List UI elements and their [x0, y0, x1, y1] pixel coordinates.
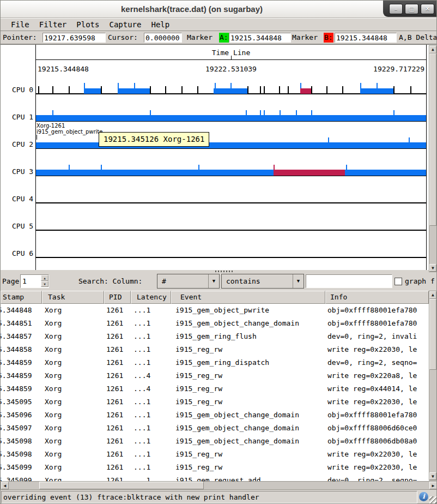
- info-icon[interactable]: i: [419, 492, 428, 501]
- task-bar-blue[interactable]: [36, 170, 426, 176]
- event-tick[interactable]: [165, 86, 166, 94]
- table-row[interactable]: 5.344859Xorg1261...4i915_reg_rwwrite reg…: [1, 369, 429, 382]
- event-tick[interactable]: [311, 86, 312, 94]
- graph-vscroll-thumb[interactable]: [429, 53, 436, 226]
- event-tick[interactable]: [101, 86, 102, 94]
- maximize-button[interactable]: □: [405, 4, 418, 14]
- cell-pid: 1261: [104, 435, 131, 448]
- table-row[interactable]: 5.344859Xorg1261...1i915_gem_ring_dispat…: [1, 356, 429, 369]
- task-bar-blue[interactable]: [36, 142, 426, 148]
- event-tick[interactable]: [279, 86, 280, 94]
- cell-stamp: 5.345096: [1, 409, 42, 422]
- menu-plots[interactable]: Plots: [71, 19, 104, 31]
- column-select[interactable]: # ▼: [157, 274, 220, 289]
- page-spinner[interactable]: 1 ▲ ▼: [20, 274, 49, 288]
- scroll-up-icon[interactable]: ▲: [429, 291, 436, 299]
- table-row[interactable]: 5.344851Xorg1261...1i915_gem_object_chan…: [1, 317, 429, 330]
- table-row[interactable]: 5.345096Xorg1261...1i915_gem_object_chan…: [1, 409, 429, 422]
- event-tick[interactable]: [52, 86, 53, 94]
- scroll-right-icon[interactable]: ▶: [429, 482, 437, 489]
- table-hscroll-thumb[interactable]: [39, 482, 204, 489]
- event-tick[interactable]: [38, 86, 39, 94]
- event-tick[interactable]: [181, 86, 183, 94]
- cell-info: dev=0, ring=2, seqno=: [325, 474, 429, 481]
- event-tick[interactable]: [288, 86, 289, 94]
- timeline-graph-panel[interactable]: Time Line 19215.344848 19222.531039 1922…: [1, 44, 437, 272]
- column-header-event[interactable]: Event: [171, 291, 325, 304]
- event-tick[interactable]: [264, 86, 265, 94]
- graph-vscrollbar[interactable]: ▲ ▼: [429, 45, 437, 272]
- table-row[interactable]: 5.345095Xorg1261...1i915_reg_rwwrite reg…: [1, 395, 429, 409]
- menu-help[interactable]: Help: [146, 19, 174, 31]
- resize-grip[interactable]: [429, 496, 437, 504]
- column-header-pid[interactable]: PID: [104, 291, 131, 304]
- marker-b-badge[interactable]: B:: [324, 33, 333, 43]
- table-hscrollbar[interactable]: ◀ ▶: [1, 481, 437, 490]
- task-bar-blue[interactable]: [84, 88, 101, 94]
- task-bar-blue[interactable]: [118, 88, 150, 94]
- event-tick[interactable]: [393, 86, 394, 94]
- spin-up-icon[interactable]: ▲: [41, 275, 48, 281]
- cell-latency: ...1: [131, 343, 171, 356]
- event-tick[interactable]: [342, 86, 343, 94]
- table-row[interactable]: 5.345097Xorg1261...1i915_gem_object_chan…: [1, 422, 429, 435]
- column-header-info[interactable]: Info: [325, 291, 429, 304]
- table-row[interactable]: 5.344859Xorg1261...4i915_reg_rwwrite reg…: [1, 382, 429, 395]
- table-row[interactable]: 5.345098Xorg1261...1i915_reg_rwwrite reg…: [1, 448, 429, 461]
- event-tick[interactable]: [410, 86, 411, 94]
- table-vscroll-thumb[interactable]: [429, 299, 436, 370]
- cpu-label: CPU 6: [12, 250, 43, 257]
- minimize-button[interactable]: –: [389, 4, 403, 14]
- cpu-label: CPU 5: [12, 223, 43, 230]
- task-bar-red[interactable]: [274, 170, 345, 176]
- cell-latency: ...1: [131, 304, 171, 317]
- marker-a-badge[interactable]: A:: [219, 33, 229, 43]
- task-bar-blue[interactable]: [360, 88, 393, 94]
- task-bar-red[interactable]: [300, 88, 311, 94]
- chevron-down-icon[interactable]: ▼: [293, 274, 304, 288]
- cell-latency: ...1: [131, 395, 171, 409]
- title-bar[interactable]: kernelshark(trace.dat) (on sugarbay) – □…: [1, 1, 437, 18]
- chevron-down-icon[interactable]: ▼: [208, 274, 219, 288]
- table-row[interactable]: 5.344858Xorg1261...1i915_reg_rwwrite reg…: [1, 343, 429, 356]
- cursor-value: 0.000000: [144, 33, 182, 43]
- cell-task: Xorg: [42, 461, 104, 474]
- close-button[interactable]: ✕: [421, 4, 434, 14]
- menu-filter[interactable]: Filter: [34, 19, 72, 31]
- table-row[interactable]: 5.344848Xorg1261...1i915_gem_object_pwri…: [1, 304, 429, 317]
- table-row[interactable]: 5.345099Xorg1261...1i915_gem_request_add…: [1, 474, 429, 481]
- table-row[interactable]: 5.345099Xorg1261...1i915_reg_rwwrite reg…: [1, 461, 429, 474]
- scroll-down-icon[interactable]: ▼: [429, 472, 436, 480]
- table-vscrollbar[interactable]: ▲ ▼: [429, 291, 437, 481]
- cell-task: Xorg: [42, 474, 104, 481]
- timeline-axis: [35, 59, 427, 60]
- cell-event: i915_gem_request_add: [171, 474, 325, 481]
- event-tick[interactable]: [150, 86, 151, 94]
- column-header-latency[interactable]: Latency: [131, 291, 171, 304]
- timeline-tooltip: 19215.345126 Xorg-1261: [99, 132, 209, 147]
- event-tick[interactable]: [197, 86, 198, 94]
- event-tick[interactable]: [69, 86, 70, 94]
- spin-down-icon[interactable]: ▼: [41, 281, 48, 287]
- table-row[interactable]: 5.345098Xorg1261...1i915_gem_object_chan…: [1, 435, 429, 448]
- task-bar-blue[interactable]: [214, 88, 247, 94]
- event-tick[interactable]: [260, 86, 261, 94]
- scroll-left-icon[interactable]: ◀: [1, 482, 9, 489]
- scroll-down-icon[interactable]: ▼: [429, 264, 436, 272]
- cell-stamp: 5.345098: [1, 448, 42, 461]
- task-bar-blue[interactable]: [36, 115, 426, 121]
- column-header-task[interactable]: Task: [42, 291, 104, 304]
- menu-file[interactable]: File: [6, 19, 34, 31]
- event-tick[interactable]: [326, 86, 327, 94]
- column-header-stamp[interactable]: Stamp: [1, 291, 42, 304]
- pointer-info-bar: Pointer: 19217.639598 Cursor: 0.000000 M…: [1, 31, 437, 44]
- match-select[interactable]: contains ▼: [221, 274, 304, 289]
- menu-capture[interactable]: Capture: [104, 19, 146, 31]
- cell-event: i915_gem_object_change_domain: [171, 422, 325, 435]
- scroll-up-icon[interactable]: ▲: [429, 46, 436, 53]
- search-input[interactable]: [306, 274, 392, 288]
- event-tick[interactable]: [247, 86, 248, 94]
- table-row[interactable]: 5.344857Xorg1261...1i915_gem_ring_flushd…: [1, 330, 429, 343]
- graph-follows-checkbox[interactable]: [394, 278, 402, 285]
- cell-task: Xorg: [42, 435, 104, 448]
